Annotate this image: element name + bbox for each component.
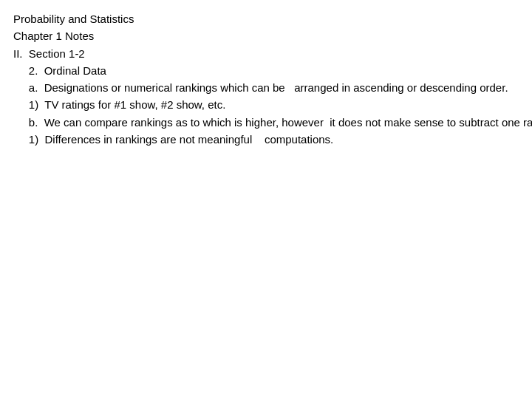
line-5: a. Designations or numerical rankings wh… <box>13 79 519 96</box>
line-4: 2. Ordinal Data <box>13 62 519 79</box>
line-1: Probability and Statistics <box>13 10 519 27</box>
main-content: Probability and Statistics Chapter 1 Not… <box>0 0 532 158</box>
line-2: Chapter 1 Notes <box>13 27 519 44</box>
line-8: 1) Differences in rankings are not meani… <box>13 131 519 148</box>
line-7: b. We can compare rankings as to which i… <box>13 114 519 131</box>
line-3: II. Section 1-2 <box>13 45 519 62</box>
line-6: 1) TV ratings for #1 show, #2 show, etc. <box>13 96 519 113</box>
